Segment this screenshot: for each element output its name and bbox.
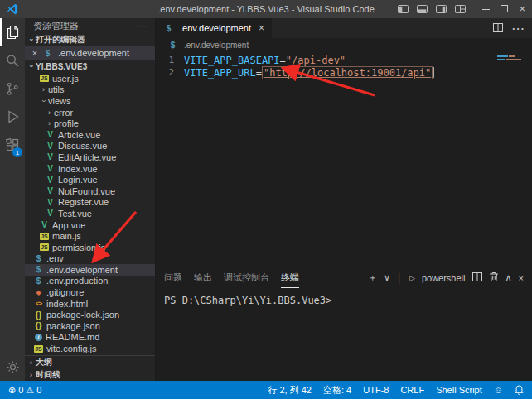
tree-item-App.vue[interactable]: VApp.vue xyxy=(25,219,155,231)
tree-item-.env[interactable]: $.env xyxy=(25,253,155,265)
tree-item-index.html[interactable]: <>index.html xyxy=(25,298,155,310)
tab-terminal[interactable]: 终端 xyxy=(281,267,299,288)
breadcrumb[interactable]: $ .env.development xyxy=(156,38,532,51)
customize-layout-icon[interactable] xyxy=(455,2,466,17)
split-terminal-icon[interactable] xyxy=(472,272,482,283)
terminal-content[interactable]: PS D:\CSharp\Yi\Yi.BBS.Vue3> xyxy=(156,288,532,381)
token-op: = xyxy=(280,55,286,66)
close-window-icon[interactable]: × xyxy=(519,5,525,13)
indentation[interactable]: 空格: 4 xyxy=(323,384,351,397)
code-line-2[interactable]: 2VITE_APP_URL="http://localhost:19001/ap… xyxy=(156,66,532,79)
tab-env-development[interactable]: $ .env.development × xyxy=(156,18,272,38)
source-control-icon[interactable] xyxy=(0,75,25,103)
status-bar: ⊗0 ⚠0 行 2, 列 42 空格: 4 UTF-8 CRLF Shell S… xyxy=(0,381,532,399)
tree-item-utils[interactable]: ›utils xyxy=(25,84,155,96)
eol-sequence[interactable]: CRLF xyxy=(400,385,424,395)
readme-file-icon: i xyxy=(35,334,42,341)
toggle-secondary-sidebar-icon[interactable] xyxy=(436,2,447,17)
line-number: 2 xyxy=(156,67,184,78)
vue-file-icon: V xyxy=(45,198,56,207)
tree-item-.env.development[interactable]: $.env.development xyxy=(25,264,155,276)
terminal-profile-icon: ▷ xyxy=(409,274,415,282)
file-label: .env.production xyxy=(46,276,108,286)
tree-item-user.js[interactable]: JSuser.js xyxy=(25,73,155,84)
file-label: main.js xyxy=(52,231,81,241)
problems-status[interactable]: ⊗0 ⚠0 xyxy=(8,385,41,396)
toggle-panel-icon[interactable] xyxy=(417,2,428,17)
tree-item-Discuss.vue[interactable]: VDiscuss.vue xyxy=(25,141,155,152)
tab-debug-console[interactable]: 调试控制台 xyxy=(224,267,269,288)
extensions-icon[interactable]: 1 xyxy=(0,131,25,159)
activity-bar-spacer xyxy=(0,159,25,353)
tree-item-README.md[interactable]: iREADME.md xyxy=(25,332,155,344)
language-mode[interactable]: Shell Script xyxy=(436,385,482,395)
chevron-down-icon[interactable]: ∨ xyxy=(384,272,390,283)
chevron-down-icon: › xyxy=(27,36,36,45)
explorer-icon[interactable] xyxy=(0,18,25,46)
tree-item-Article.vue[interactable]: VArticle.vue xyxy=(25,129,155,141)
tree-item-error[interactable]: ›error xyxy=(25,107,155,118)
new-terminal-icon[interactable]: ＋ xyxy=(368,272,377,284)
timeline-section[interactable]: › 时间线 xyxy=(25,368,155,381)
editor-area: $ .env.development × ⋯ $ .env.developmen… xyxy=(156,18,532,381)
file-label: .env.development xyxy=(46,265,118,275)
tree-item-package-lock.json[interactable]: {}package-lock.json xyxy=(25,309,155,320)
open-editors-header[interactable]: › 打开的编辑器 xyxy=(25,33,155,46)
tab-output[interactable]: 输出 xyxy=(194,267,212,288)
code-line-1[interactable]: 1VITE_APP_BASEAPI="/api-dev" xyxy=(156,54,532,66)
notifications-bell-icon[interactable] xyxy=(515,385,524,395)
vscode-window: .env.development - Yi.BBS.Vue3 - Visual … xyxy=(0,0,532,399)
tree-item-main.js[interactable]: JSmain.js xyxy=(25,230,155,242)
minimize-icon[interactable] xyxy=(482,2,491,17)
json-file-icon: {} xyxy=(33,321,44,330)
window-title: .env.development - Yi.BBS.Vue3 - Visual … xyxy=(157,4,375,14)
split-editor-icon[interactable] xyxy=(493,21,503,36)
more-actions-icon[interactable]: ⋯ xyxy=(511,21,525,36)
tab-problems[interactable]: 问题 xyxy=(164,267,182,288)
code-editor[interactable]: 1VITE_APP_BASEAPI="/api-dev"2VITE_APP_UR… xyxy=(156,51,532,267)
more-actions-icon[interactable]: ⋯ xyxy=(138,21,147,31)
outline-section[interactable]: › 大纲 xyxy=(25,356,155,368)
tree-item-views[interactable]: ›views xyxy=(25,95,155,107)
close-tab-icon[interactable]: × xyxy=(259,22,264,34)
breadcrumb-item[interactable]: .env.development xyxy=(184,41,249,50)
terminal-prompt: PS D:\CSharp\Yi\Yi.BBS.Vue3> xyxy=(164,295,331,306)
feedback-smiley-icon[interactable]: ☺ xyxy=(494,385,503,395)
vscode-logo-icon xyxy=(7,3,18,15)
close-panel-icon[interactable]: × xyxy=(519,273,524,283)
encoding[interactable]: UTF-8 xyxy=(363,385,389,395)
minimap[interactable] xyxy=(497,55,525,60)
tree-item-profile[interactable]: ›profile xyxy=(25,118,155,129)
file-label: index.html xyxy=(46,299,88,309)
token-str: "/api-dev" xyxy=(286,55,346,66)
maximize-icon[interactable] xyxy=(501,2,509,17)
tree-item-NotFound.vue[interactable]: VNotFound.vue xyxy=(25,185,155,197)
tree-item-Index.vue[interactable]: VIndex.vue xyxy=(25,163,155,175)
search-icon[interactable] xyxy=(0,46,25,75)
run-debug-icon[interactable] xyxy=(0,103,25,131)
tree-item-permission.js[interactable]: JSpermission.js xyxy=(25,242,155,253)
toggle-sidebar-icon[interactable] xyxy=(398,2,409,17)
tree-item-package.json[interactable]: {}package.json xyxy=(25,320,155,332)
tree-item-Login.vue[interactable]: VLogin.vue xyxy=(25,174,155,185)
file-label: vite.config.js xyxy=(46,344,97,353)
terminal-profile-label[interactable]: powershell xyxy=(422,273,466,283)
sidebar-header: 资源管理器 ⋯ xyxy=(25,18,155,33)
chevron-down-icon: › xyxy=(40,96,48,105)
cursor-position[interactable]: 行 2, 列 42 xyxy=(268,384,312,397)
kill-terminal-icon[interactable] xyxy=(489,272,499,284)
tree-item-.env.production[interactable]: $.env.production xyxy=(25,276,155,287)
tree-item-vite.config.js[interactable]: JSvite.config.js xyxy=(25,343,155,354)
open-editor-item[interactable]: × $ .env.development xyxy=(25,46,155,60)
close-icon[interactable]: × xyxy=(30,48,40,58)
tree-item-.gitignore[interactable]: ◆.gitignore xyxy=(25,286,155,298)
maximize-panel-icon[interactable]: ∧ xyxy=(505,272,512,283)
tree-item-Register.vue[interactable]: VRegister.vue xyxy=(25,197,155,209)
tree-item-Test.vue[interactable]: VTest.vue xyxy=(25,208,155,219)
file-label: README.md xyxy=(46,332,99,342)
settings-gear-icon[interactable] xyxy=(0,353,25,381)
tree-item-EditArticle.vue[interactable]: VEditArticle.vue xyxy=(25,151,155,163)
warning-icon: ⚠ xyxy=(26,385,34,396)
vue-file-icon: V xyxy=(39,220,50,229)
project-section-header[interactable]: › YI.BBS.VUE3 xyxy=(25,60,155,73)
